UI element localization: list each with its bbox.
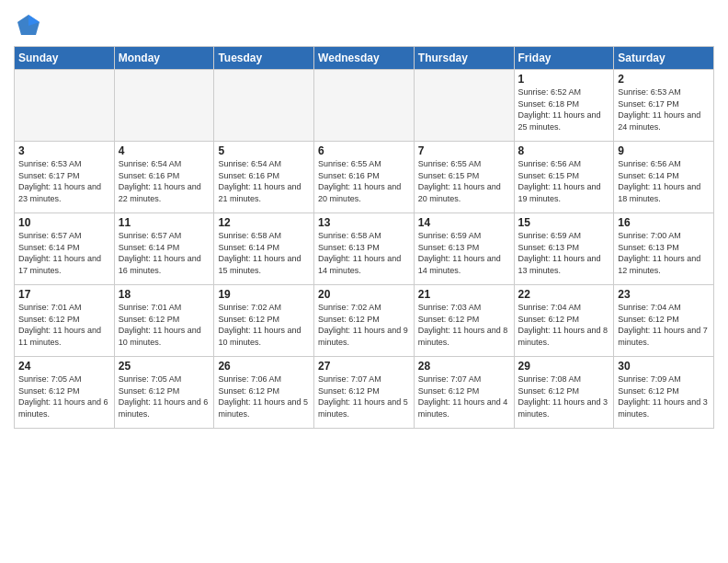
calendar-weekday-header: Wednesday [314,47,415,70]
calendar-weekday-header: Sunday [15,47,115,70]
day-info: Sunrise: 7:00 AM Sunset: 6:13 PM Dayligh… [618,230,710,276]
day-info: Sunrise: 6:53 AM Sunset: 6:17 PM Dayligh… [18,158,110,204]
calendar-header-row: SundayMondayTuesdayWednesdayThursdayFrid… [15,47,714,70]
day-number: 6 [318,144,410,157]
day-number: 9 [618,144,710,157]
day-number: 18 [119,288,210,301]
day-info: Sunrise: 6:57 AM Sunset: 6:14 PM Dayligh… [18,230,110,276]
day-info: Sunrise: 7:01 AM Sunset: 6:12 PM Dayligh… [119,302,210,348]
day-number: 19 [218,288,310,301]
calendar-day-cell: 27Sunrise: 7:07 AM Sunset: 6:12 PM Dayli… [314,357,415,429]
day-number: 12 [218,216,310,229]
day-info: Sunrise: 7:04 AM Sunset: 6:12 PM Dayligh… [518,302,610,348]
calendar-day-cell: 7Sunrise: 6:55 AM Sunset: 6:15 PM Daylig… [414,142,514,213]
day-number: 7 [418,144,510,157]
day-info: Sunrise: 6:58 AM Sunset: 6:13 PM Dayligh… [318,230,410,276]
calendar-day-cell: 25Sunrise: 7:05 AM Sunset: 6:12 PM Dayli… [114,357,214,429]
day-info: Sunrise: 6:54 AM Sunset: 6:16 PM Dayligh… [218,158,310,204]
day-info: Sunrise: 6:57 AM Sunset: 6:14 PM Dayligh… [119,230,210,276]
calendar-day-cell [314,70,415,142]
calendar-table: SundayMondayTuesdayWednesdayThursdayFrid… [14,46,714,429]
calendar-weekday-header: Saturday [614,47,714,70]
calendar-day-cell: 6Sunrise: 6:55 AM Sunset: 6:16 PM Daylig… [314,142,415,213]
day-number: 11 [119,216,210,229]
calendar-weekday-header: Tuesday [214,47,314,70]
day-number: 21 [418,288,510,301]
calendar-day-cell: 30Sunrise: 7:09 AM Sunset: 6:12 PM Dayli… [614,357,714,429]
calendar-day-cell: 16Sunrise: 7:00 AM Sunset: 6:13 PM Dayli… [614,213,714,285]
day-number: 23 [618,288,710,301]
logo [14,13,41,39]
day-info: Sunrise: 7:05 AM Sunset: 6:12 PM Dayligh… [18,373,110,419]
day-number: 25 [119,360,210,373]
day-number: 16 [618,216,710,229]
logo-icon [16,13,41,39]
page-container: SundayMondayTuesdayWednesdayThursdayFrid… [0,0,728,433]
page-header [14,9,714,39]
calendar-day-cell: 15Sunrise: 6:59 AM Sunset: 6:13 PM Dayli… [514,213,614,285]
day-info: Sunrise: 6:52 AM Sunset: 6:18 PM Dayligh… [518,86,610,132]
day-number: 20 [318,288,410,301]
day-info: Sunrise: 6:59 AM Sunset: 6:13 PM Dayligh… [518,230,610,276]
day-number: 13 [318,216,410,229]
calendar-day-cell: 13Sunrise: 6:58 AM Sunset: 6:13 PM Dayli… [314,213,415,285]
calendar-day-cell: 14Sunrise: 6:59 AM Sunset: 6:13 PM Dayli… [414,213,514,285]
calendar-week-row: 24Sunrise: 7:05 AM Sunset: 6:12 PM Dayli… [15,357,714,429]
day-number: 3 [18,144,110,157]
calendar-day-cell: 9Sunrise: 6:56 AM Sunset: 6:14 PM Daylig… [614,142,714,213]
calendar-week-row: 17Sunrise: 7:01 AM Sunset: 6:12 PM Dayli… [15,285,714,357]
calendar-week-row: 1Sunrise: 6:52 AM Sunset: 6:18 PM Daylig… [15,70,714,142]
calendar-day-cell: 23Sunrise: 7:04 AM Sunset: 6:12 PM Dayli… [614,285,714,357]
calendar-weekday-header: Friday [514,47,614,70]
day-info: Sunrise: 6:54 AM Sunset: 6:16 PM Dayligh… [119,158,210,204]
calendar-day-cell: 4Sunrise: 6:54 AM Sunset: 6:16 PM Daylig… [114,142,214,213]
day-number: 28 [418,360,510,373]
day-number: 15 [518,216,610,229]
day-info: Sunrise: 7:03 AM Sunset: 6:12 PM Dayligh… [418,302,510,348]
calendar-day-cell: 24Sunrise: 7:05 AM Sunset: 6:12 PM Dayli… [15,357,115,429]
day-number: 26 [218,360,310,373]
calendar-day-cell [414,70,514,142]
calendar-day-cell: 21Sunrise: 7:03 AM Sunset: 6:12 PM Dayli… [414,285,514,357]
calendar-day-cell: 1Sunrise: 6:52 AM Sunset: 6:18 PM Daylig… [514,70,614,142]
day-info: Sunrise: 7:04 AM Sunset: 6:12 PM Dayligh… [618,302,710,348]
calendar-day-cell [15,70,115,142]
day-info: Sunrise: 6:56 AM Sunset: 6:15 PM Dayligh… [518,158,610,204]
calendar-day-cell: 18Sunrise: 7:01 AM Sunset: 6:12 PM Dayli… [114,285,214,357]
day-number: 1 [518,73,610,86]
day-number: 5 [218,144,310,157]
day-info: Sunrise: 7:05 AM Sunset: 6:12 PM Dayligh… [119,373,210,419]
calendar-day-cell: 2Sunrise: 6:53 AM Sunset: 6:17 PM Daylig… [614,70,714,142]
day-info: Sunrise: 7:08 AM Sunset: 6:12 PM Dayligh… [518,373,610,419]
calendar-day-cell [114,70,214,142]
day-number: 29 [518,360,610,373]
calendar-day-cell: 3Sunrise: 6:53 AM Sunset: 6:17 PM Daylig… [15,142,115,213]
day-info: Sunrise: 6:59 AM Sunset: 6:13 PM Dayligh… [418,230,510,276]
day-info: Sunrise: 6:55 AM Sunset: 6:15 PM Dayligh… [418,158,510,204]
day-info: Sunrise: 6:53 AM Sunset: 6:17 PM Dayligh… [618,86,710,132]
day-info: Sunrise: 6:55 AM Sunset: 6:16 PM Dayligh… [318,158,410,204]
calendar-day-cell: 29Sunrise: 7:08 AM Sunset: 6:12 PM Dayli… [514,357,614,429]
calendar-day-cell: 22Sunrise: 7:04 AM Sunset: 6:12 PM Dayli… [514,285,614,357]
calendar-day-cell: 19Sunrise: 7:02 AM Sunset: 6:12 PM Dayli… [214,285,314,357]
day-number: 17 [18,288,110,301]
day-info: Sunrise: 7:02 AM Sunset: 6:12 PM Dayligh… [318,302,410,348]
day-number: 14 [418,216,510,229]
day-info: Sunrise: 7:01 AM Sunset: 6:12 PM Dayligh… [18,302,110,348]
calendar-day-cell: 11Sunrise: 6:57 AM Sunset: 6:14 PM Dayli… [114,213,214,285]
calendar-day-cell: 5Sunrise: 6:54 AM Sunset: 6:16 PM Daylig… [214,142,314,213]
day-number: 10 [18,216,110,229]
day-number: 30 [618,360,710,373]
day-number: 2 [618,73,710,86]
day-info: Sunrise: 6:56 AM Sunset: 6:14 PM Dayligh… [618,158,710,204]
calendar-day-cell: 10Sunrise: 6:57 AM Sunset: 6:14 PM Dayli… [15,213,115,285]
day-info: Sunrise: 7:06 AM Sunset: 6:12 PM Dayligh… [218,373,310,419]
calendar-day-cell: 26Sunrise: 7:06 AM Sunset: 6:12 PM Dayli… [214,357,314,429]
day-number: 27 [318,360,410,373]
day-info: Sunrise: 7:09 AM Sunset: 6:12 PM Dayligh… [618,373,710,419]
calendar-week-row: 10Sunrise: 6:57 AM Sunset: 6:14 PM Dayli… [15,213,714,285]
day-info: Sunrise: 7:07 AM Sunset: 6:12 PM Dayligh… [418,373,510,419]
calendar-weekday-header: Thursday [414,47,514,70]
calendar-day-cell: 17Sunrise: 7:01 AM Sunset: 6:12 PM Dayli… [15,285,115,357]
day-number: 24 [18,360,110,373]
